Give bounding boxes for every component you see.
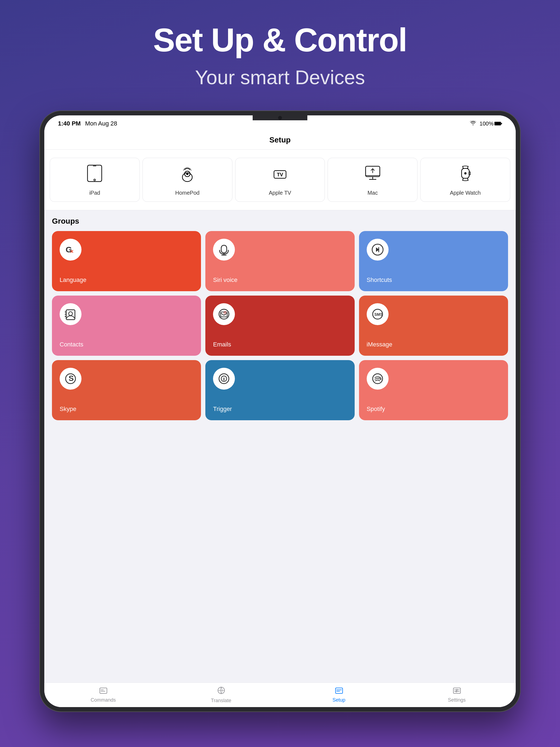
emails-icon: @ [213, 303, 235, 325]
mac-icon [363, 163, 383, 186]
ipad-screen: 1:40 PM Mon Aug 28 100% [44, 115, 516, 707]
nav-title: Setup [44, 136, 516, 145]
svg-rect-50 [335, 688, 342, 693]
settings-icon [453, 687, 461, 696]
tab-label-settings: Settings [448, 697, 466, 703]
svg-rect-45 [100, 688, 107, 693]
status-icons: 100% [470, 121, 502, 127]
nav-bar: Setup [44, 132, 516, 150]
tab-label-setup: Setup [332, 697, 345, 703]
device-label-ipad: iPad [89, 190, 100, 196]
group-label-language: Language [59, 277, 193, 284]
groups-grid: G × Language [52, 231, 508, 420]
group-label-contacts: Contacts [59, 341, 193, 348]
imessage-icon: SMS [367, 303, 388, 325]
status-time: 1:40 PM [58, 120, 81, 127]
device-item-mac[interactable]: Mac [328, 158, 417, 202]
trigger-icon [213, 368, 235, 390]
tab-bar: Commands Translate [44, 682, 516, 707]
tab-setup[interactable]: Setup [280, 683, 398, 707]
svg-text:S: S [69, 374, 74, 383]
page-header: Set Up & Control Your smart Devices [153, 22, 407, 88]
svg-line-19 [463, 178, 463, 180]
svg-point-59 [456, 691, 457, 692]
group-card-skype[interactable]: S Skype [52, 360, 201, 420]
applewatch-icon [456, 163, 475, 186]
group-label-emails: Emails [213, 341, 347, 348]
group-card-imessage[interactable]: SMS iMessage [359, 295, 508, 356]
device-item-ipad[interactable]: iPad [50, 158, 140, 202]
tab-commands[interactable]: Commands [44, 683, 162, 707]
device-item-appletv[interactable]: TV Apple TV [235, 158, 325, 202]
device-label-applewatch: Apple Watch [450, 190, 481, 196]
svg-text:SMS: SMS [374, 312, 383, 317]
device-label-mac: Mac [367, 190, 378, 196]
ipad-icon [85, 163, 104, 186]
group-label-skype: Skype [59, 406, 193, 413]
group-label-spotify: Spotify [367, 406, 501, 413]
groups-title: Groups [52, 217, 508, 226]
front-camera [278, 116, 282, 120]
shortcuts-icon [367, 239, 388, 261]
svg-point-56 [456, 689, 457, 690]
setup-icon [335, 687, 343, 696]
groups-section: Groups G × Language [44, 210, 516, 682]
group-label-shortcuts: Shortcuts [367, 277, 501, 284]
group-card-emails[interactable]: @ Emails [205, 295, 354, 356]
svg-text:TV: TV [277, 172, 283, 177]
device-label-appletv: Apple TV [269, 190, 291, 196]
svg-text:@: @ [223, 311, 227, 314]
group-label-siri: Siri voice [213, 277, 347, 284]
siri-icon [213, 239, 235, 261]
svg-rect-27 [66, 310, 75, 319]
tab-settings[interactable]: Settings [398, 683, 516, 707]
group-card-siri[interactable]: Siri voice [205, 231, 354, 291]
commands-icon [100, 687, 107, 696]
group-card-trigger[interactable]: Trigger [205, 360, 354, 420]
spotify-icon [367, 368, 388, 390]
svg-point-28 [69, 312, 73, 315]
svg-point-21 [464, 172, 466, 175]
device-item-applewatch[interactable]: Apple Watch [420, 158, 510, 202]
ipad-frame: 1:40 PM Mon Aug 28 100% [40, 110, 520, 712]
svg-line-20 [467, 178, 468, 180]
svg-point-4 [94, 179, 96, 181]
status-date: Mon Aug 28 [85, 120, 117, 127]
homepod-icon [177, 163, 197, 186]
camera-area [253, 115, 307, 120]
tab-label-commands: Commands [91, 697, 116, 703]
battery-icon: 100% [480, 121, 502, 127]
svg-line-17 [463, 166, 463, 169]
device-list: iPad HomePod [44, 150, 516, 210]
group-card-contacts[interactable]: Contacts [52, 295, 201, 356]
svg-text:×: × [70, 248, 74, 255]
svg-rect-5 [93, 166, 96, 166]
group-label-imessage: iMessage [367, 341, 501, 348]
header-title: Set Up & Control [153, 22, 407, 58]
group-label-trigger: Trigger [213, 406, 347, 413]
contacts-icon [59, 303, 81, 325]
svg-rect-22 [469, 172, 470, 175]
translate-icon [218, 687, 225, 696]
svg-point-8 [186, 173, 188, 175]
tab-translate[interactable]: Translate [162, 683, 280, 707]
group-card-language[interactable]: G × Language [52, 231, 201, 291]
skype-icon: S [59, 368, 81, 390]
device-label-homepod: HomePod [175, 190, 200, 196]
svg-rect-1 [495, 122, 501, 125]
wifi-icon [470, 121, 476, 127]
device-item-homepod[interactable]: HomePod [143, 158, 232, 202]
tab-label-translate: Translate [211, 698, 231, 703]
appletv-icon: TV [270, 163, 290, 186]
svg-line-18 [467, 166, 468, 169]
language-icon: G × [59, 239, 81, 261]
group-card-shortcuts[interactable]: Shortcuts [359, 231, 508, 291]
header-subtitle: Your smart Devices [153, 66, 407, 88]
group-card-spotify[interactable]: Spotify [359, 360, 508, 420]
svg-rect-2 [501, 123, 502, 124]
